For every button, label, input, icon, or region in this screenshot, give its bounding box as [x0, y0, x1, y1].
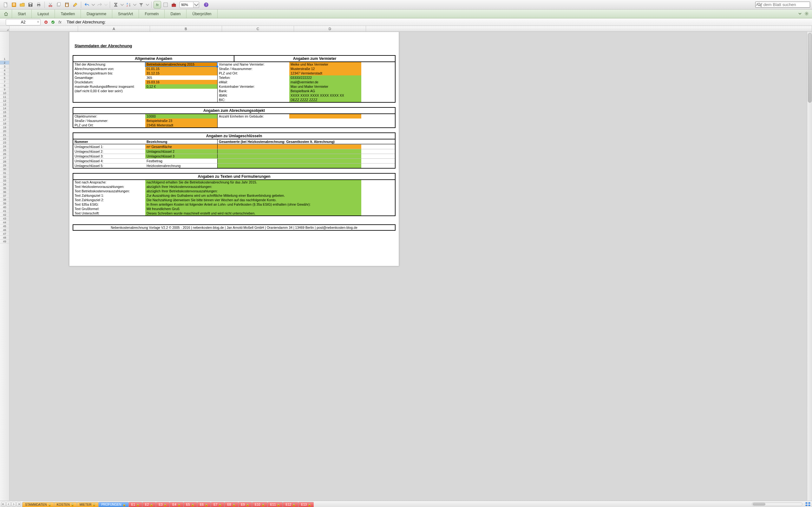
- filter-icon[interactable]: [137, 1, 145, 9]
- gear-icon[interactable]: [804, 11, 809, 16]
- ribbon-tab-start[interactable]: Start: [12, 9, 32, 18]
- name-box-dropdown-icon[interactable]: [37, 20, 40, 24]
- save-icon[interactable]: [27, 1, 34, 9]
- ribbon-tab-tabellen[interactable]: Tabellen: [55, 9, 81, 18]
- cancel-formula-icon[interactable]: [43, 19, 49, 25]
- undo-icon[interactable]: [83, 1, 91, 9]
- zoom-dropdown-icon[interactable]: [194, 2, 199, 8]
- col-head-c[interactable]: C: [222, 26, 294, 32]
- svg-rect-22: [173, 3, 174, 4]
- svg-rect-2: [13, 3, 15, 4]
- autosum-icon[interactable]: [112, 1, 119, 9]
- undo-dropdown-icon[interactable]: [91, 1, 95, 9]
- new-file-icon[interactable]: [2, 1, 9, 9]
- ribbon-tab-daten[interactable]: Daten: [165, 9, 187, 18]
- formula-bar: A2 fx: [0, 18, 812, 26]
- ribbon-tab-smartart[interactable]: SmartArt: [112, 9, 139, 18]
- svg-rect-5: [29, 3, 32, 4]
- svg-text:Z: Z: [126, 5, 128, 7]
- show-formulas-icon[interactable]: [162, 1, 169, 9]
- svg-rect-19: [164, 3, 167, 7]
- redo-icon[interactable]: [96, 1, 103, 9]
- print-icon[interactable]: [35, 1, 43, 9]
- redo-dropdown-icon[interactable]: [104, 1, 108, 9]
- name-box-value: A2: [21, 20, 26, 24]
- svg-point-26: [806, 13, 807, 14]
- search-icon: [757, 3, 762, 8]
- svg-rect-9: [38, 5, 40, 7]
- svg-text:A: A: [126, 3, 128, 5]
- zoom-input[interactable]: [180, 2, 194, 8]
- svg-rect-15: [66, 3, 68, 3]
- col-head-rest: [366, 26, 812, 32]
- svg-rect-3: [13, 5, 15, 5]
- accept-formula-icon[interactable]: [50, 19, 56, 25]
- sort-icon[interactable]: AZ: [125, 1, 132, 9]
- svg-rect-6: [30, 5, 32, 6]
- search-input[interactable]: [755, 2, 810, 8]
- col-head-d[interactable]: D: [294, 26, 366, 32]
- ribbon-tab-diagramme[interactable]: Diagramme: [81, 9, 112, 18]
- ribbon-tab-layout[interactable]: Layout: [32, 9, 55, 18]
- select-all-corner[interactable]: [0, 26, 9, 32]
- col-head-b[interactable]: B: [150, 26, 222, 32]
- svg-rect-16: [66, 4, 68, 6]
- name-box[interactable]: A2: [6, 19, 41, 25]
- paste-icon[interactable]: [63, 1, 71, 9]
- svg-rect-8: [38, 3, 40, 4]
- filter-dropdown-icon[interactable]: [146, 1, 149, 9]
- icon-toolbar: AZ fx ?: [0, 0, 812, 9]
- autosum-dropdown-icon[interactable]: [120, 1, 124, 9]
- sort-dropdown-icon[interactable]: [133, 1, 137, 9]
- copy-icon[interactable]: [55, 1, 62, 9]
- ribbon-collapse-icon[interactable]: [798, 12, 802, 16]
- ribbon-tab-formeln[interactable]: Formeln: [139, 9, 165, 18]
- open-icon[interactable]: [18, 1, 26, 9]
- ribbon: Start Layout Tabellen Diagramme SmartArt…: [0, 9, 812, 18]
- home-icon[interactable]: [0, 9, 12, 18]
- zoom-control[interactable]: [180, 2, 199, 8]
- toolbox-icon[interactable]: [170, 1, 177, 9]
- cut-icon[interactable]: [47, 1, 54, 9]
- help-icon[interactable]: ?: [202, 1, 210, 9]
- col-gutter: [9, 26, 78, 32]
- svg-rect-0: [4, 3, 7, 7]
- ribbon-tab-ueberpruefen[interactable]: Überprüfen: [187, 9, 217, 18]
- template-icon[interactable]: [10, 1, 18, 9]
- format-painter-icon[interactable]: [71, 1, 79, 9]
- column-headers: A B C D: [0, 26, 812, 32]
- fx-button-icon[interactable]: fx: [154, 1, 161, 9]
- formula-input[interactable]: [65, 19, 812, 25]
- svg-point-25: [758, 3, 760, 6]
- svg-rect-13: [58, 3, 60, 6]
- col-head-a[interactable]: A: [78, 26, 150, 32]
- svg-text:?: ?: [205, 3, 207, 7]
- fx-icon[interactable]: fx: [57, 19, 63, 25]
